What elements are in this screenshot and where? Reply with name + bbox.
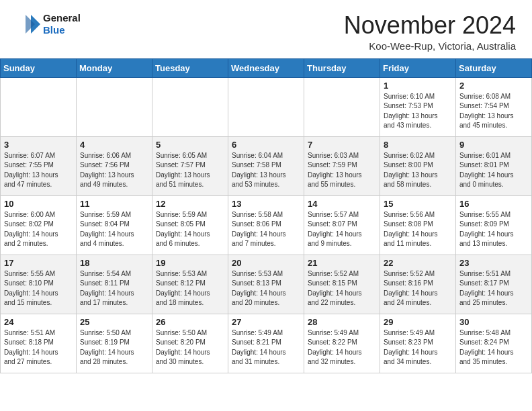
day-number: 20 (232, 258, 300, 268)
weekday-header-thursday: Thursday (304, 58, 380, 77)
day-info: Sunrise: 6:06 AMSunset: 7:56 PMDaylight:… (80, 151, 148, 190)
calendar-cell: 24Sunrise: 5:51 AMSunset: 8:18 PMDayligh… (1, 314, 77, 373)
calendar-cell: 9Sunrise: 6:01 AMSunset: 8:01 PMDaylight… (456, 136, 532, 195)
day-info: Sunrise: 6:05 AMSunset: 7:57 PMDaylight:… (156, 151, 224, 190)
day-info: Sunrise: 5:53 AMSunset: 8:12 PMDaylight:… (156, 269, 224, 308)
calendar-cell (228, 77, 304, 136)
calendar-cell: 25Sunrise: 5:50 AMSunset: 8:19 PMDayligh… (77, 314, 152, 373)
day-number: 24 (4, 317, 73, 327)
calendar-cell: 29Sunrise: 5:49 AMSunset: 8:23 PMDayligh… (380, 314, 456, 373)
calendar-header: SundayMondayTuesdayWednesdayThursdayFrid… (1, 58, 532, 77)
calendar-cell: 22Sunrise: 5:52 AMSunset: 8:16 PMDayligh… (380, 255, 456, 314)
calendar-cell: 3Sunrise: 6:07 AMSunset: 7:55 PMDaylight… (1, 136, 77, 195)
day-number: 6 (232, 140, 300, 150)
calendar-cell: 5Sunrise: 6:05 AMSunset: 7:57 PMDaylight… (152, 136, 228, 195)
week-row-4: 17Sunrise: 5:55 AMSunset: 8:10 PMDayligh… (1, 255, 532, 314)
day-number: 17 (4, 258, 73, 268)
calendar-cell: 1Sunrise: 6:10 AMSunset: 7:53 PMDaylight… (380, 77, 456, 136)
day-info: Sunrise: 6:00 AMSunset: 8:02 PMDaylight:… (4, 210, 73, 249)
day-number: 8 (384, 140, 452, 150)
logo-icon (16, 12, 40, 36)
day-number: 12 (156, 199, 224, 209)
day-info: Sunrise: 5:56 AMSunset: 8:08 PMDaylight:… (384, 210, 452, 249)
day-number: 23 (459, 258, 528, 268)
day-number: 3 (4, 140, 73, 150)
calendar-cell: 8Sunrise: 6:02 AMSunset: 8:00 PMDaylight… (380, 136, 456, 195)
month-title: November 2024 (344, 12, 516, 39)
day-number: 5 (156, 140, 224, 150)
calendar-cell: 18Sunrise: 5:54 AMSunset: 8:11 PMDayligh… (77, 255, 152, 314)
calendar-cell: 4Sunrise: 6:06 AMSunset: 7:56 PMDaylight… (77, 136, 152, 195)
day-info: Sunrise: 6:02 AMSunset: 8:00 PMDaylight:… (384, 151, 452, 190)
day-number: 21 (308, 258, 376, 268)
weekday-header-saturday: Saturday (456, 58, 532, 77)
day-info: Sunrise: 5:53 AMSunset: 8:13 PMDaylight:… (232, 269, 300, 308)
day-info: Sunrise: 5:49 AMSunset: 8:21 PMDaylight:… (232, 328, 300, 367)
calendar-cell: 20Sunrise: 5:53 AMSunset: 8:13 PMDayligh… (228, 255, 304, 314)
day-number: 29 (384, 317, 452, 327)
calendar-cell (152, 77, 228, 136)
day-info: Sunrise: 5:51 AMSunset: 8:18 PMDaylight:… (4, 328, 73, 367)
calendar-cell: 26Sunrise: 5:50 AMSunset: 8:20 PMDayligh… (152, 314, 228, 373)
location: Koo-Wee-Rup, Victoria, Australia (344, 40, 516, 52)
calendar-cell: 16Sunrise: 5:55 AMSunset: 8:09 PMDayligh… (456, 195, 532, 255)
calendar-cell: 10Sunrise: 6:00 AMSunset: 8:02 PMDayligh… (1, 195, 77, 255)
day-info: Sunrise: 6:10 AMSunset: 7:53 PMDaylight:… (384, 92, 452, 131)
calendar-cell: 15Sunrise: 5:56 AMSunset: 8:08 PMDayligh… (380, 195, 456, 255)
day-info: Sunrise: 5:52 AMSunset: 8:16 PMDaylight:… (384, 269, 452, 308)
weekday-row: SundayMondayTuesdayWednesdayThursdayFrid… (1, 58, 532, 77)
calendar-cell: 17Sunrise: 5:55 AMSunset: 8:10 PMDayligh… (1, 255, 77, 314)
day-number: 10 (4, 199, 73, 209)
logo-line2: Blue (43, 24, 81, 36)
calendar-cell (304, 77, 380, 136)
day-number: 7 (308, 140, 376, 150)
weekday-header-friday: Friday (380, 58, 456, 77)
calendar-cell: 2Sunrise: 6:08 AMSunset: 7:54 PMDaylight… (456, 77, 532, 136)
day-info: Sunrise: 6:07 AMSunset: 7:55 PMDaylight:… (4, 151, 73, 190)
weekday-header-monday: Monday (77, 58, 152, 77)
day-number: 27 (232, 317, 300, 327)
day-info: Sunrise: 5:58 AMSunset: 8:06 PMDaylight:… (232, 210, 300, 249)
page: General Blue November 2024 Koo-Wee-Rup, … (0, 0, 532, 373)
calendar-cell: 6Sunrise: 6:04 AMSunset: 7:58 PMDaylight… (228, 136, 304, 195)
day-number: 25 (80, 317, 148, 327)
day-info: Sunrise: 6:01 AMSunset: 8:01 PMDaylight:… (459, 151, 528, 190)
day-info: Sunrise: 5:50 AMSunset: 8:20 PMDaylight:… (156, 328, 224, 367)
day-number: 30 (459, 317, 528, 327)
day-number: 22 (384, 258, 452, 268)
week-row-2: 3Sunrise: 6:07 AMSunset: 7:55 PMDaylight… (1, 136, 532, 195)
day-info: Sunrise: 5:48 AMSunset: 8:24 PMDaylight:… (459, 328, 528, 367)
day-info: Sunrise: 5:50 AMSunset: 8:19 PMDaylight:… (80, 328, 148, 367)
day-info: Sunrise: 5:54 AMSunset: 8:11 PMDaylight:… (80, 269, 148, 308)
calendar-cell: 28Sunrise: 5:49 AMSunset: 8:22 PMDayligh… (304, 314, 380, 373)
calendar: SundayMondayTuesdayWednesdayThursdayFrid… (0, 58, 532, 373)
day-number: 11 (80, 199, 148, 209)
logo: General Blue (16, 12, 81, 36)
day-number: 18 (80, 258, 148, 268)
day-number: 2 (459, 81, 528, 91)
logo-line1: General (43, 12, 81, 24)
header: General Blue November 2024 Koo-Wee-Rup, … (0, 0, 532, 58)
weekday-header-sunday: Sunday (1, 58, 77, 77)
day-info: Sunrise: 5:55 AMSunset: 8:09 PMDaylight:… (459, 210, 528, 249)
day-number: 28 (308, 317, 376, 327)
day-number: 4 (80, 140, 148, 150)
calendar-cell: 14Sunrise: 5:57 AMSunset: 8:07 PMDayligh… (304, 195, 380, 255)
day-number: 9 (459, 140, 528, 150)
day-info: Sunrise: 5:59 AMSunset: 8:04 PMDaylight:… (80, 210, 148, 249)
calendar-cell (77, 77, 152, 136)
calendar-cell: 21Sunrise: 5:52 AMSunset: 8:15 PMDayligh… (304, 255, 380, 314)
day-info: Sunrise: 6:03 AMSunset: 7:59 PMDaylight:… (308, 151, 376, 190)
day-number: 16 (459, 199, 528, 209)
day-info: Sunrise: 5:49 AMSunset: 8:22 PMDaylight:… (308, 328, 376, 367)
calendar-cell: 30Sunrise: 5:48 AMSunset: 8:24 PMDayligh… (456, 314, 532, 373)
day-info: Sunrise: 5:51 AMSunset: 8:17 PMDaylight:… (459, 269, 528, 308)
day-info: Sunrise: 6:04 AMSunset: 7:58 PMDaylight:… (232, 151, 300, 190)
logo-text: General Blue (43, 12, 81, 36)
week-row-1: 1Sunrise: 6:10 AMSunset: 7:53 PMDaylight… (1, 77, 532, 136)
day-info: Sunrise: 6:08 AMSunset: 7:54 PMDaylight:… (459, 92, 528, 131)
day-info: Sunrise: 5:59 AMSunset: 8:05 PMDaylight:… (156, 210, 224, 249)
calendar-body: 1Sunrise: 6:10 AMSunset: 7:53 PMDaylight… (1, 77, 532, 373)
calendar-cell: 7Sunrise: 6:03 AMSunset: 7:59 PMDaylight… (304, 136, 380, 195)
day-number: 13 (232, 199, 300, 209)
